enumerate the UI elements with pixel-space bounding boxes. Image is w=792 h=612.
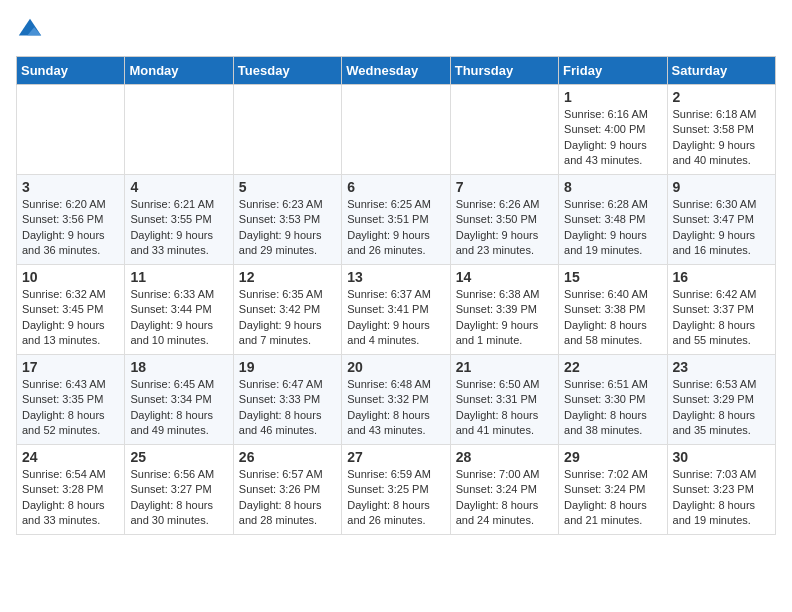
day-cell: 1Sunrise: 6:16 AM Sunset: 4:00 PM Daylig…: [559, 85, 667, 175]
logo: [16, 16, 48, 44]
day-info: Sunrise: 6:35 AM Sunset: 3:42 PM Dayligh…: [239, 287, 336, 349]
day-cell: 12Sunrise: 6:35 AM Sunset: 3:42 PM Dayli…: [233, 265, 341, 355]
day-info: Sunrise: 6:28 AM Sunset: 3:48 PM Dayligh…: [564, 197, 661, 259]
day-info: Sunrise: 7:00 AM Sunset: 3:24 PM Dayligh…: [456, 467, 553, 529]
day-cell: 2Sunrise: 6:18 AM Sunset: 3:58 PM Daylig…: [667, 85, 775, 175]
day-info: Sunrise: 6:23 AM Sunset: 3:53 PM Dayligh…: [239, 197, 336, 259]
day-number: 6: [347, 179, 444, 195]
day-info: Sunrise: 6:18 AM Sunset: 3:58 PM Dayligh…: [673, 107, 770, 169]
day-cell: 26Sunrise: 6:57 AM Sunset: 3:26 PM Dayli…: [233, 445, 341, 535]
day-number: 17: [22, 359, 119, 375]
day-cell: 22Sunrise: 6:51 AM Sunset: 3:30 PM Dayli…: [559, 355, 667, 445]
week-row-1: 1Sunrise: 6:16 AM Sunset: 4:00 PM Daylig…: [17, 85, 776, 175]
day-info: Sunrise: 6:40 AM Sunset: 3:38 PM Dayligh…: [564, 287, 661, 349]
day-number: 5: [239, 179, 336, 195]
day-cell: 11Sunrise: 6:33 AM Sunset: 3:44 PM Dayli…: [125, 265, 233, 355]
week-row-2: 3Sunrise: 6:20 AM Sunset: 3:56 PM Daylig…: [17, 175, 776, 265]
day-number: 26: [239, 449, 336, 465]
day-cell: 3Sunrise: 6:20 AM Sunset: 3:56 PM Daylig…: [17, 175, 125, 265]
day-cell: [342, 85, 450, 175]
day-info: Sunrise: 6:32 AM Sunset: 3:45 PM Dayligh…: [22, 287, 119, 349]
week-row-4: 17Sunrise: 6:43 AM Sunset: 3:35 PM Dayli…: [17, 355, 776, 445]
day-info: Sunrise: 6:57 AM Sunset: 3:26 PM Dayligh…: [239, 467, 336, 529]
day-info: Sunrise: 6:38 AM Sunset: 3:39 PM Dayligh…: [456, 287, 553, 349]
day-cell: 23Sunrise: 6:53 AM Sunset: 3:29 PM Dayli…: [667, 355, 775, 445]
day-cell: 29Sunrise: 7:02 AM Sunset: 3:24 PM Dayli…: [559, 445, 667, 535]
day-number: 7: [456, 179, 553, 195]
day-info: Sunrise: 7:03 AM Sunset: 3:23 PM Dayligh…: [673, 467, 770, 529]
day-info: Sunrise: 6:47 AM Sunset: 3:33 PM Dayligh…: [239, 377, 336, 439]
day-cell: [450, 85, 558, 175]
day-number: 29: [564, 449, 661, 465]
day-number: 18: [130, 359, 227, 375]
day-number: 12: [239, 269, 336, 285]
day-info: Sunrise: 6:56 AM Sunset: 3:27 PM Dayligh…: [130, 467, 227, 529]
day-cell: 5Sunrise: 6:23 AM Sunset: 3:53 PM Daylig…: [233, 175, 341, 265]
day-info: Sunrise: 6:42 AM Sunset: 3:37 PM Dayligh…: [673, 287, 770, 349]
day-number: 11: [130, 269, 227, 285]
day-number: 16: [673, 269, 770, 285]
day-cell: 21Sunrise: 6:50 AM Sunset: 3:31 PM Dayli…: [450, 355, 558, 445]
day-info: Sunrise: 6:25 AM Sunset: 3:51 PM Dayligh…: [347, 197, 444, 259]
day-cell: [125, 85, 233, 175]
day-cell: 16Sunrise: 6:42 AM Sunset: 3:37 PM Dayli…: [667, 265, 775, 355]
day-info: Sunrise: 6:45 AM Sunset: 3:34 PM Dayligh…: [130, 377, 227, 439]
day-number: 9: [673, 179, 770, 195]
day-cell: 13Sunrise: 6:37 AM Sunset: 3:41 PM Dayli…: [342, 265, 450, 355]
day-number: 23: [673, 359, 770, 375]
calendar-table: SundayMondayTuesdayWednesdayThursdayFrid…: [16, 56, 776, 535]
day-number: 30: [673, 449, 770, 465]
day-info: Sunrise: 6:21 AM Sunset: 3:55 PM Dayligh…: [130, 197, 227, 259]
day-cell: 15Sunrise: 6:40 AM Sunset: 3:38 PM Dayli…: [559, 265, 667, 355]
day-info: Sunrise: 6:37 AM Sunset: 3:41 PM Dayligh…: [347, 287, 444, 349]
week-row-5: 24Sunrise: 6:54 AM Sunset: 3:28 PM Dayli…: [17, 445, 776, 535]
day-info: Sunrise: 6:50 AM Sunset: 3:31 PM Dayligh…: [456, 377, 553, 439]
day-number: 22: [564, 359, 661, 375]
day-number: 10: [22, 269, 119, 285]
day-cell: 9Sunrise: 6:30 AM Sunset: 3:47 PM Daylig…: [667, 175, 775, 265]
day-cell: 25Sunrise: 6:56 AM Sunset: 3:27 PM Dayli…: [125, 445, 233, 535]
col-header-sunday: Sunday: [17, 57, 125, 85]
day-info: Sunrise: 6:30 AM Sunset: 3:47 PM Dayligh…: [673, 197, 770, 259]
day-number: 4: [130, 179, 227, 195]
day-cell: [233, 85, 341, 175]
day-info: Sunrise: 7:02 AM Sunset: 3:24 PM Dayligh…: [564, 467, 661, 529]
day-number: 24: [22, 449, 119, 465]
day-info: Sunrise: 6:54 AM Sunset: 3:28 PM Dayligh…: [22, 467, 119, 529]
page-header: [16, 16, 776, 44]
day-number: 15: [564, 269, 661, 285]
day-info: Sunrise: 6:59 AM Sunset: 3:25 PM Dayligh…: [347, 467, 444, 529]
day-cell: 18Sunrise: 6:45 AM Sunset: 3:34 PM Dayli…: [125, 355, 233, 445]
col-header-saturday: Saturday: [667, 57, 775, 85]
day-cell: 28Sunrise: 7:00 AM Sunset: 3:24 PM Dayli…: [450, 445, 558, 535]
col-header-wednesday: Wednesday: [342, 57, 450, 85]
col-header-friday: Friday: [559, 57, 667, 85]
day-cell: 4Sunrise: 6:21 AM Sunset: 3:55 PM Daylig…: [125, 175, 233, 265]
day-number: 8: [564, 179, 661, 195]
day-cell: 6Sunrise: 6:25 AM Sunset: 3:51 PM Daylig…: [342, 175, 450, 265]
day-cell: 19Sunrise: 6:47 AM Sunset: 3:33 PM Dayli…: [233, 355, 341, 445]
day-number: 21: [456, 359, 553, 375]
day-info: Sunrise: 6:43 AM Sunset: 3:35 PM Dayligh…: [22, 377, 119, 439]
col-header-tuesday: Tuesday: [233, 57, 341, 85]
day-number: 2: [673, 89, 770, 105]
day-number: 13: [347, 269, 444, 285]
day-number: 27: [347, 449, 444, 465]
day-number: 28: [456, 449, 553, 465]
day-info: Sunrise: 6:48 AM Sunset: 3:32 PM Dayligh…: [347, 377, 444, 439]
col-header-thursday: Thursday: [450, 57, 558, 85]
calendar-header-row: SundayMondayTuesdayWednesdayThursdayFrid…: [17, 57, 776, 85]
day-number: 1: [564, 89, 661, 105]
day-cell: 10Sunrise: 6:32 AM Sunset: 3:45 PM Dayli…: [17, 265, 125, 355]
day-cell: 24Sunrise: 6:54 AM Sunset: 3:28 PM Dayli…: [17, 445, 125, 535]
day-cell: 17Sunrise: 6:43 AM Sunset: 3:35 PM Dayli…: [17, 355, 125, 445]
day-number: 25: [130, 449, 227, 465]
logo-icon: [16, 16, 44, 44]
day-cell: 20Sunrise: 6:48 AM Sunset: 3:32 PM Dayli…: [342, 355, 450, 445]
day-number: 3: [22, 179, 119, 195]
day-number: 19: [239, 359, 336, 375]
day-number: 14: [456, 269, 553, 285]
day-info: Sunrise: 6:33 AM Sunset: 3:44 PM Dayligh…: [130, 287, 227, 349]
day-info: Sunrise: 6:16 AM Sunset: 4:00 PM Dayligh…: [564, 107, 661, 169]
day-cell: [17, 85, 125, 175]
